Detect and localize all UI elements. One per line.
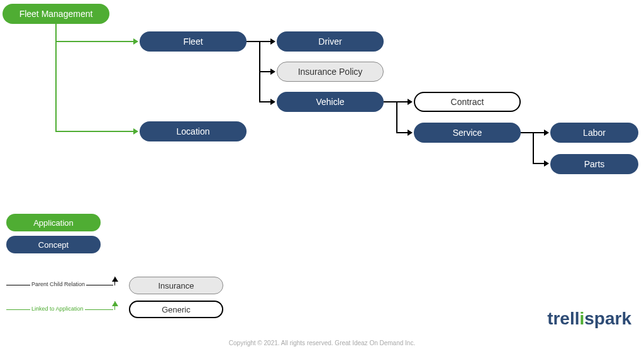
node-labor: Labor — [550, 123, 638, 143]
logo-trellispark: trellispark — [547, 309, 631, 329]
legend-parent-child-label: Parent Child Relation — [30, 281, 86, 287]
arrow-to-fleet — [133, 38, 138, 45]
connector-app-to-location — [55, 131, 135, 132]
connector-vehicle-vertical — [396, 101, 397, 133]
arrow-to-insurance — [270, 69, 275, 75]
legend-generic: Generic — [129, 301, 223, 318]
legend-parent-child-arrow — [112, 277, 118, 282]
node-vehicle: Vehicle — [277, 92, 384, 112]
connector-app-vertical — [55, 24, 57, 132]
connector-service-to-parts — [533, 163, 545, 164]
node-driver: Driver — [277, 31, 384, 52]
legend-parent-child-vertical — [114, 277, 115, 285]
connector-fleet-to-vehicle — [259, 101, 272, 102]
legend-application: Application — [6, 214, 101, 231]
arrow-to-contract — [408, 99, 413, 105]
legend-linked-vertical — [114, 301, 115, 310]
legend-linked-arrow — [112, 301, 118, 306]
node-parts: Parts — [550, 154, 638, 174]
arrow-to-parts — [544, 160, 549, 167]
arrow-to-driver — [270, 38, 275, 45]
connector-service-vertical — [533, 132, 534, 164]
node-location: Location — [140, 121, 247, 141]
legend-insurance: Insurance — [129, 277, 223, 294]
legend-linked-label: Linked to Application — [30, 306, 85, 312]
node-fleet: Fleet — [140, 31, 247, 52]
node-service: Service — [414, 123, 521, 143]
connector-vehicle-to-service — [396, 132, 409, 133]
legend-concept: Concept — [6, 236, 101, 253]
arrow-to-service — [408, 130, 413, 136]
node-fleet-management: Fleet Management — [3, 4, 109, 24]
arrow-to-location — [133, 128, 138, 135]
node-contract: Contract — [414, 92, 521, 112]
arrow-to-vehicle — [270, 99, 275, 105]
copyright-text: Copyright © 2021. All rights reserved. G… — [229, 340, 415, 346]
connector-fleet-to-insurance — [259, 71, 272, 72]
node-insurance-policy: Insurance Policy — [277, 62, 384, 82]
connector-app-to-fleet — [55, 41, 135, 42]
arrow-to-labor — [544, 130, 549, 136]
